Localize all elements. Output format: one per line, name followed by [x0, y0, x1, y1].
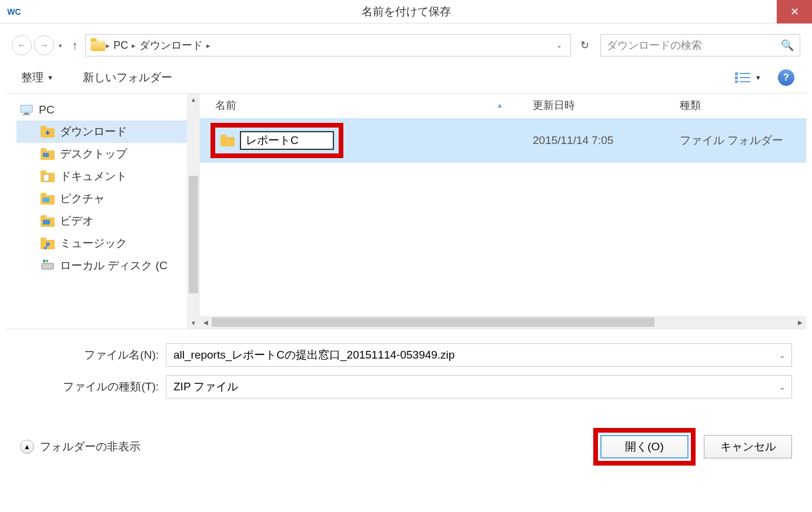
tree-label: ローカル ディスク (C: [60, 258, 168, 273]
svg-rect-15: [43, 153, 49, 157]
folder-documents-icon: [40, 169, 55, 183]
horizontal-scrollbar[interactable]: ◀ ▶: [200, 316, 806, 329]
chevron-up-icon: ▲: [24, 443, 31, 451]
svg-rect-9: [24, 113, 29, 114]
tree-item-pc[interactable]: PC: [16, 99, 187, 121]
chevron-down-icon[interactable]: ⌄: [779, 383, 786, 391]
new-folder-button[interactable]: 新しいフォルダー: [83, 70, 172, 85]
filetype-select[interactable]: ZIP ファイル ⌄: [166, 375, 792, 399]
navigation-row: ← → ▾ ↑ ▸ PC ▸ ダウンロード ▸ ⌄ ↻ ダウンロードの検索 🔍: [6, 29, 806, 66]
tree-item-documents[interactable]: ドキュメント: [16, 165, 187, 188]
svg-rect-6: [740, 77, 750, 78]
file-type: ファイル フォルダー: [680, 133, 798, 148]
titlebar: WC 名前を付けて保存 ✕: [0, 0, 812, 24]
view-options-button[interactable]: ▼: [735, 72, 761, 83]
arrow-right-icon: →: [39, 40, 49, 51]
search-box[interactable]: ダウンロードの検索 🔍: [600, 34, 800, 56]
drive-icon: [40, 259, 55, 273]
main-area: PC ダウンロード デスクトップ ドキュメント: [6, 93, 806, 329]
chevron-down-icon: ▼: [755, 74, 761, 81]
scroll-right-icon[interactable]: ▶: [794, 316, 806, 329]
organize-button[interactable]: 整理 ▼: [21, 70, 54, 85]
column-type[interactable]: 種類: [680, 98, 798, 112]
svg-rect-30: [43, 263, 45, 263]
tree-item-desktop[interactable]: デスクトップ: [16, 143, 187, 165]
close-icon: ✕: [790, 5, 799, 18]
svg-rect-31: [220, 137, 235, 146]
history-dropdown[interactable]: ▾: [59, 42, 62, 49]
scroll-track[interactable]: [212, 317, 794, 327]
column-name[interactable]: 名前 ▲: [215, 98, 533, 112]
svg-rect-28: [43, 260, 45, 262]
toolbar: 整理 ▼ 新しいフォルダー ▼ ?: [6, 66, 806, 93]
filename-value: all_reports_レポートCの提出窓口_20151114-053949.z…: [173, 347, 455, 363]
svg-rect-10: [23, 114, 30, 115]
column-date[interactable]: 更新日時: [533, 98, 680, 112]
svg-rect-18: [44, 175, 49, 181]
svg-rect-32: [220, 135, 226, 138]
file-date: 2015/11/14 7:05: [533, 134, 680, 147]
breadcrumb-sep-icon: ▸: [106, 41, 110, 50]
svg-rect-1: [91, 39, 97, 43]
window-title: 名前を付けて保存: [362, 4, 451, 19]
tree-label: ピクチャ: [60, 191, 105, 206]
view-details-icon: [735, 72, 750, 83]
sidebar: PC ダウンロード デスクトップ ドキュメント: [6, 93, 200, 329]
scroll-thumb[interactable]: [212, 317, 654, 327]
arrow-up-icon: ↑: [72, 39, 78, 52]
filetype-value: ZIP ファイル: [173, 379, 239, 394]
filetype-label: ファイルの種類(T):: [20, 379, 166, 394]
hide-folders-label[interactable]: フォルダーの非表示: [40, 439, 141, 454]
filename-input[interactable]: all_reports_レポートCの提出窓口_20151114-053949.z…: [166, 343, 792, 367]
tree-label: ビデオ: [60, 213, 93, 229]
svg-rect-14: [41, 148, 46, 152]
breadcrumb-pc[interactable]: PC: [110, 39, 132, 52]
scroll-up-icon[interactable]: ▲: [187, 93, 200, 105]
chevron-down-icon: ▼: [47, 74, 54, 81]
refresh-icon: ↻: [580, 39, 589, 52]
file-row-selected[interactable]: 2015/11/14 7:05 ファイル フォルダー: [200, 118, 806, 163]
svg-rect-29: [46, 260, 48, 262]
search-icon: 🔍: [781, 39, 794, 52]
cancel-button[interactable]: キャンセル: [704, 435, 792, 459]
up-button[interactable]: ↑: [66, 37, 83, 53]
close-button[interactable]: ✕: [777, 0, 812, 24]
breadcrumb-downloads[interactable]: ダウンロード: [136, 38, 206, 52]
tree-item-local-disk[interactable]: ローカル ディスク (C: [16, 255, 187, 277]
tree-label: デスクトップ: [60, 146, 127, 162]
refresh-button[interactable]: ↻: [574, 35, 594, 55]
address-dropdown-icon[interactable]: ⌄: [556, 41, 562, 49]
tree-label: PC: [39, 103, 54, 116]
scroll-down-icon[interactable]: ▼: [187, 317, 200, 329]
scroll-left-icon[interactable]: ◀: [200, 316, 212, 329]
chevron-down-icon[interactable]: ⌄: [779, 351, 786, 360]
back-button[interactable]: ←: [12, 35, 32, 55]
svg-rect-12: [41, 126, 46, 129]
open-button[interactable]: 開く(O): [600, 435, 689, 459]
tree-item-music[interactable]: ミュージック: [16, 232, 187, 255]
folder-download-icon: [91, 38, 106, 52]
tree-label: ドキュメント: [60, 169, 127, 184]
address-bar[interactable]: ▸ PC ▸ ダウンロード ▸ ⌄: [85, 34, 571, 56]
folder-pictures-icon: [40, 192, 55, 206]
svg-rect-24: [43, 220, 50, 225]
svg-rect-23: [41, 215, 46, 219]
svg-rect-4: [735, 81, 738, 83]
pc-icon: [19, 103, 34, 117]
collapse-folders-button[interactable]: ▲: [20, 440, 34, 454]
app-icon-text: WC: [7, 7, 21, 16]
help-button[interactable]: ?: [778, 69, 794, 86]
rename-input[interactable]: [240, 131, 334, 150]
tree-item-pictures[interactable]: ピクチャ: [16, 188, 187, 210]
tree-item-downloads[interactable]: ダウンロード: [16, 121, 187, 143]
filename-label: ファイル名(N):: [20, 347, 166, 363]
svg-rect-7: [740, 81, 750, 82]
tree-scrollbar[interactable]: ▲ ▼: [187, 93, 200, 329]
tree-label: ダウンロード: [60, 124, 127, 139]
annotation-highlight: [210, 123, 343, 158]
forward-button[interactable]: →: [34, 35, 54, 55]
svg-rect-26: [41, 237, 46, 241]
scroll-thumb[interactable]: [189, 176, 198, 293]
svg-rect-2: [735, 72, 738, 75]
tree-item-videos[interactable]: ビデオ: [16, 210, 187, 232]
